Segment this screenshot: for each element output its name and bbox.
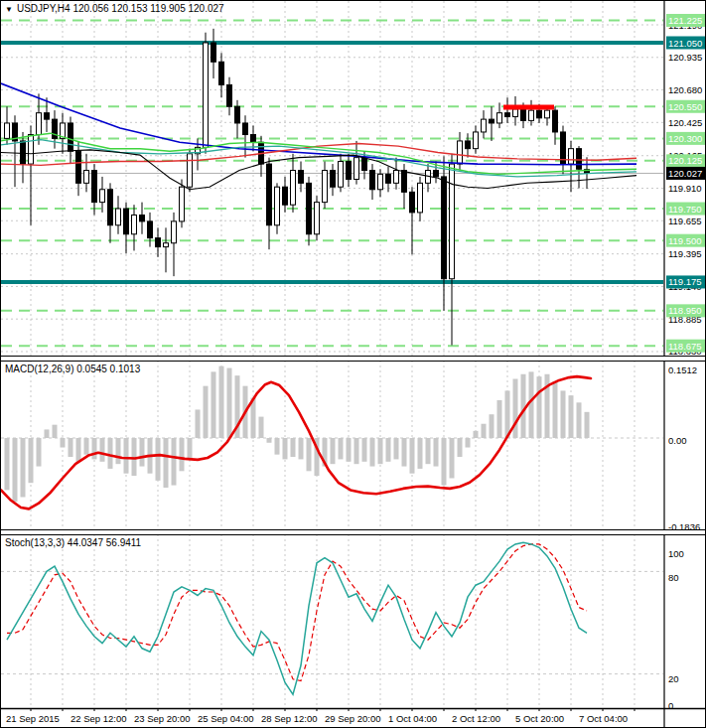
time-axis-label: 1 Oct 04:00 <box>388 713 437 724</box>
svg-text:120.027: 120.027 <box>668 168 702 179</box>
svg-text:119.910: 119.910 <box>668 183 702 194</box>
macd-panel[interactable]: 0.15120.00-0.1836 <box>1 361 706 534</box>
svg-text:120.425: 120.425 <box>668 117 702 128</box>
chart-window: 121.190120.935120.680120.425120.165119.9… <box>0 0 706 728</box>
stoch-axis-labels: 10080200 <box>668 548 684 711</box>
svg-text:0.1512: 0.1512 <box>668 364 697 375</box>
svg-text:120.125: 120.125 <box>668 155 702 166</box>
svg-text:119.500: 119.500 <box>668 235 702 246</box>
svg-text:0: 0 <box>668 700 673 711</box>
chart-title: ▼USDJPY,H4 120.056 120.153 119.905 120.0… <box>5 3 224 14</box>
svg-text:118.950: 118.950 <box>668 305 702 316</box>
svg-text:120.680: 120.680 <box>668 84 702 95</box>
stoch-name: Stoch(13,3,3) <box>5 537 65 548</box>
macd-histogram <box>5 366 590 503</box>
svg-text:119.395: 119.395 <box>668 248 702 259</box>
main-chart-panel[interactable]: 121.190120.935120.680120.425120.165119.9… <box>1 1 706 361</box>
svg-text:80: 80 <box>668 572 679 583</box>
svg-text:119.655: 119.655 <box>668 216 702 226</box>
macd-signal-line <box>1 376 591 509</box>
svg-text:120.300: 120.300 <box>668 133 702 144</box>
stoch-panel[interactable]: 10080200 <box>1 534 706 728</box>
stoch-grid <box>1 534 663 708</box>
ohlc-values: 120.056 120.153 119.905 120.027 <box>72 3 223 14</box>
time-axis-label: 29 Sep 20:00 <box>325 713 381 724</box>
ma-blue <box>1 83 636 165</box>
time-axis-label: 2 Oct 12:00 <box>452 713 500 724</box>
stoch-values: 44.0347 56.9411 <box>68 537 141 548</box>
svg-text:120.935: 120.935 <box>668 52 702 63</box>
svg-text:120.550: 120.550 <box>668 101 702 112</box>
time-axis-label: 25 Sep 04:00 <box>198 713 254 724</box>
panel-divider-stoch[interactable] <box>1 529 706 535</box>
time-axis-label: 5 Oct 20:00 <box>515 713 564 724</box>
stoch-indicator-label: Stoch(13,3,3) 44.0347 56.9411 <box>5 537 141 548</box>
macd-values: 0.0545 0.1013 <box>76 364 140 374</box>
chevron-down-icon[interactable]: ▼ <box>5 5 13 14</box>
time-axis[interactable]: 21 Sep 201522 Sep 12:0023 Sep 20:0025 Se… <box>1 712 706 728</box>
macd-indicator-label: MACD(12,26,9) 0.0545 0.1013 <box>5 364 140 374</box>
symbol-period-label: USDJPY,H4 <box>17 3 71 14</box>
svg-text:20: 20 <box>668 673 679 684</box>
time-axis-label: 21 Sep 2015 <box>6 713 60 724</box>
svg-text:121.050: 121.050 <box>668 38 702 49</box>
time-axis-label: 28 Sep 12:00 <box>261 713 318 724</box>
time-axis-label: 23 Sep 20:00 <box>134 713 191 724</box>
macd-axis-labels: 0.15120.00-0.1836 <box>668 364 700 532</box>
svg-text:0.00: 0.00 <box>668 435 687 446</box>
svg-text:100: 100 <box>668 548 684 559</box>
time-axis-label: 7 Oct 04:00 <box>579 713 628 724</box>
time-axis-label: 22 Sep 12:00 <box>71 713 127 724</box>
panel-divider-macd[interactable] <box>1 356 706 362</box>
svg-text:119.750: 119.750 <box>668 204 702 215</box>
svg-text:118.675: 118.675 <box>668 341 702 352</box>
macd-name: MACD(12,26,9) <box>5 364 73 374</box>
svg-text:119.175: 119.175 <box>668 276 702 287</box>
svg-text:121.225: 121.225 <box>668 15 702 26</box>
